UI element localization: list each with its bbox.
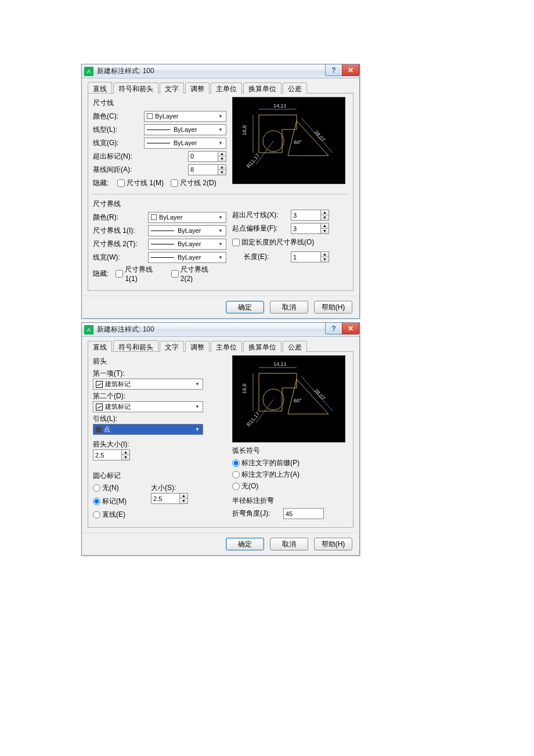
hide-extline1-checkbox[interactable]: 尺寸界线 1(1) bbox=[116, 265, 164, 283]
offset-origin-input[interactable] bbox=[291, 223, 321, 234]
baseline-spacing-spinner[interactable]: ▲▼ bbox=[188, 164, 226, 175]
leader-arrow-label: 引线(L): bbox=[93, 414, 226, 424]
spin-up-icon[interactable]: ▲ bbox=[180, 494, 187, 499]
chevron-down-icon: ▼ bbox=[217, 239, 225, 249]
svg-text:14,11: 14,11 bbox=[273, 103, 287, 109]
help-button[interactable]: 帮助(H) bbox=[314, 538, 352, 550]
spin-up-icon[interactable]: ▲ bbox=[321, 252, 329, 257]
tab-symbols[interactable]: 符号和箭头 bbox=[113, 340, 158, 351]
center-mark-group-label: 圆心标记 bbox=[93, 471, 226, 481]
fixed-length-input[interactable] bbox=[291, 251, 321, 262]
ok-button[interactable]: 确定 bbox=[226, 301, 264, 314]
tab-symbols[interactable]: 符号和箭头 bbox=[113, 82, 158, 93]
chevron-down-icon: ▼ bbox=[217, 111, 225, 121]
spin-down-icon[interactable]: ▼ bbox=[321, 257, 329, 262]
extend-ticks-spinner[interactable]: ▲▼ bbox=[188, 151, 226, 162]
tick-icon bbox=[96, 404, 103, 411]
center-size-input[interactable] bbox=[151, 493, 180, 504]
help-button[interactable]: 帮助(H) bbox=[314, 301, 352, 314]
arc-prefix-radio[interactable]: 标注文字的前缀(P) bbox=[232, 458, 341, 468]
arc-none-radio[interactable]: 无(O) bbox=[232, 481, 341, 491]
tab-fit[interactable]: 调整 bbox=[185, 82, 210, 93]
close-icon[interactable]: ✕ bbox=[342, 323, 359, 334]
dialog-title: 新建标注样式: 100 bbox=[97, 66, 154, 76]
leader-arrow-combo[interactable]: 点▼ bbox=[93, 424, 203, 435]
tab-text[interactable]: 文字 bbox=[160, 82, 184, 93]
tab-fit[interactable]: 调整 bbox=[185, 341, 210, 352]
center-size-spinner[interactable]: ▲▼ bbox=[151, 493, 188, 504]
ext-color-value: ByLayer bbox=[159, 214, 182, 221]
fixed-length-checkbox[interactable]: 固定长度的尺寸界线(O) bbox=[232, 237, 314, 247]
extline1-linetype-combo[interactable]: ByLayer▼ bbox=[148, 225, 226, 236]
lineweight-combo[interactable]: ByLayer▼ bbox=[144, 138, 226, 149]
tab-alt-units[interactable]: 换算单位 bbox=[243, 341, 282, 352]
tab-lines[interactable]: 直线 bbox=[88, 341, 112, 352]
center-mark-radio[interactable]: 标记(M) bbox=[93, 496, 127, 506]
hide-extline2-checkbox[interactable]: 尺寸界线 2(2) bbox=[171, 265, 219, 283]
fixed-length-spinner[interactable]: ▲▼ bbox=[291, 251, 329, 262]
offset-origin-label: 起点偏移量(F): bbox=[232, 224, 287, 233]
titlebar[interactable]: A 新建标注样式: 100 ? ✕ bbox=[82, 323, 359, 337]
spin-down-icon[interactable]: ▼ bbox=[122, 455, 129, 460]
baseline-spacing-input[interactable] bbox=[188, 164, 218, 175]
spin-down-icon[interactable]: ▼ bbox=[321, 215, 329, 220]
center-line-radio[interactable]: 直线(E) bbox=[93, 510, 127, 520]
hide-dimline2-checkbox[interactable]: 尺寸线 2(D) bbox=[171, 178, 217, 188]
help-icon[interactable]: ? bbox=[325, 323, 342, 334]
spin-down-icon[interactable]: ▼ bbox=[218, 170, 226, 175]
tab-strip: 直线 符号和箭头 文字 调整 主单位 换算单位 公差 bbox=[88, 340, 353, 352]
spin-up-icon[interactable]: ▲ bbox=[321, 224, 329, 229]
fixed-length-label: 长度(E): bbox=[232, 252, 287, 262]
extend-ticks-input[interactable] bbox=[188, 151, 218, 162]
spin-up-icon[interactable]: ▲ bbox=[321, 210, 329, 215]
center-none-radio[interactable]: 无(N) bbox=[93, 483, 127, 493]
dimension-style-dialog-lines: A 新建标注样式: 100 ? ✕ 直线 符号和箭头 文字 调整 主单位 换算单… bbox=[81, 64, 360, 319]
arrow-size-input[interactable] bbox=[93, 449, 122, 460]
close-icon[interactable]: ✕ bbox=[342, 64, 359, 76]
spin-down-icon[interactable]: ▼ bbox=[321, 229, 329, 233]
svg-text:60°: 60° bbox=[294, 398, 302, 404]
chevron-down-icon: ▼ bbox=[217, 125, 225, 135]
extend-beyond-label: 超出尺寸线(X): bbox=[232, 210, 287, 220]
extline2-linetype-combo[interactable]: ByLayer▼ bbox=[148, 239, 226, 250]
ext-lineweight-combo[interactable]: ByLayer▼ bbox=[148, 252, 226, 263]
chevron-down-icon: ▼ bbox=[193, 424, 201, 434]
spin-up-icon[interactable]: ▲ bbox=[218, 165, 226, 170]
tab-primary-units[interactable]: 主单位 bbox=[211, 341, 242, 352]
arrowheads-group-label: 箭头 bbox=[93, 357, 226, 366]
offset-origin-spinner[interactable]: ▲▼ bbox=[291, 223, 329, 234]
arrow-size-label: 箭头大小(I): bbox=[93, 440, 226, 449]
arc-above-radio[interactable]: 标注文字的上方(A) bbox=[232, 470, 341, 480]
ext-color-combo[interactable]: ByLayer▼ bbox=[148, 212, 226, 223]
spin-down-icon[interactable]: ▼ bbox=[180, 499, 187, 503]
cancel-button[interactable]: 取消 bbox=[270, 301, 308, 314]
arrow-size-spinner[interactable]: ▲▼ bbox=[93, 449, 226, 460]
app-icon: A bbox=[84, 325, 93, 334]
extend-beyond-spinner[interactable]: ▲▼ bbox=[291, 210, 329, 221]
hide-dimline1-checkbox[interactable]: 尺寸线 1(M) bbox=[117, 178, 164, 188]
tab-tolerance[interactable]: 公差 bbox=[283, 341, 307, 352]
cancel-button[interactable]: 取消 bbox=[270, 538, 308, 550]
extend-beyond-input[interactable] bbox=[291, 210, 321, 221]
tab-alt-units[interactable]: 换算单位 bbox=[243, 82, 282, 93]
jog-angle-input[interactable] bbox=[283, 508, 324, 519]
spin-down-icon[interactable]: ▼ bbox=[218, 157, 226, 161]
preview-pane: 14,11 16,6 60° 28,07 R11,17 bbox=[232, 97, 345, 184]
color-combo[interactable]: ByLayer▼ bbox=[144, 111, 226, 122]
first-arrow-combo[interactable]: 建筑标记▼ bbox=[93, 379, 203, 390]
spin-up-icon[interactable]: ▲ bbox=[218, 152, 226, 157]
tab-primary-units[interactable]: 主单位 bbox=[211, 82, 242, 93]
extline1-linetype-label: 尺寸界线 1(I): bbox=[93, 226, 148, 236]
tab-tolerance[interactable]: 公差 bbox=[283, 82, 307, 93]
second-arrow-combo[interactable]: 建筑标记▼ bbox=[93, 401, 203, 412]
titlebar[interactable]: A 新建标注样式: 100 ? ✕ bbox=[82, 64, 359, 78]
ok-button[interactable]: 确定 bbox=[226, 538, 264, 550]
linetype-combo[interactable]: ByLayer▼ bbox=[144, 124, 226, 135]
tab-lines[interactable]: 直线 bbox=[88, 82, 112, 93]
tab-text[interactable]: 文字 bbox=[160, 341, 184, 352]
svg-text:60°: 60° bbox=[294, 139, 302, 145]
svg-text:14,11: 14,11 bbox=[273, 361, 287, 367]
spin-up-icon[interactable]: ▲ bbox=[122, 450, 129, 455]
preview-svg: 14,11 16,6 60° 28,07 R11,17 bbox=[233, 98, 346, 185]
help-icon[interactable]: ? bbox=[325, 64, 342, 76]
